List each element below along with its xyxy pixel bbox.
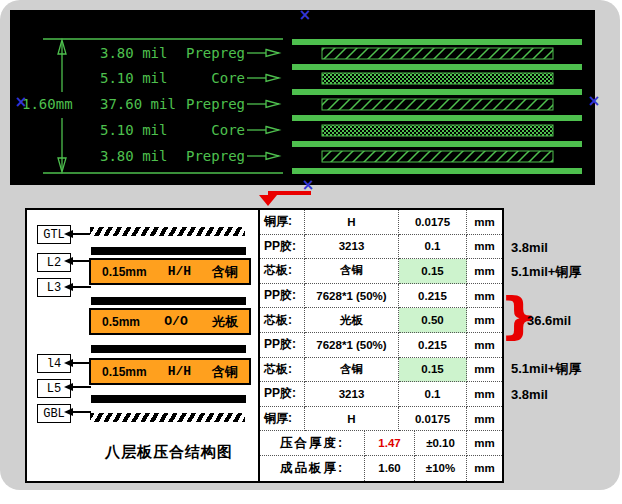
core-box: 0.15mm H/H 含铜 [89,258,251,285]
core-size: 0.15mm [102,265,147,279]
diagram-caption: 八层板压合结构图 [85,443,253,462]
cad-drawing [10,10,595,185]
pcb-stackup-sheet: 3.80 mil Prepreg 5.10 mil Core 37.60 mil… [0,0,622,504]
row-material: 含铜 [305,259,399,284]
row-unit: mm [467,407,502,432]
layer-thickness: 5.10 mil [100,70,167,86]
summary-row-press-thickness: 压合厚度: 1.47 ±0.10 mm [260,431,502,456]
row-value: 0.215 [399,333,467,358]
layer-thickness: 3.80 mil [100,45,167,61]
row-material: H [305,407,399,432]
summary-value: 1.60 [365,456,415,481]
row-label: 铜厚: [260,210,305,235]
row-unit: mm [467,259,502,284]
annotation-51mil-top: 5.1mil+铜厚 [511,263,581,281]
annotation-51mil-bottom: 5.1mil+铜厚 [511,360,581,378]
table-row: 铜厚: H 0.0175 mm [260,407,502,432]
core-size: 0.5mm [102,315,140,329]
table-row: 铜厚: H 0.0175 mm [260,210,502,235]
layer-material: Prepreg [186,96,245,112]
core-copper-weight: O/O [164,314,187,329]
marker-x-icon: × [15,95,28,110]
cad-layer-row: 37.60 mil Prepreg [100,95,245,113]
table-row: PP胶: 3213 0.1 mm [260,235,502,260]
left-arrow-icon [72,411,91,413]
copper-bar [91,395,246,403]
layer-material: Prepreg [186,148,245,164]
core-box: 0.5mm O/O 光板 [89,308,251,335]
annotation-366mil: 36.6mil [527,313,571,328]
row-value-highlighted: 0.15 [399,259,467,284]
layer-material: Core [211,70,245,86]
row-label: 芯板: [260,358,305,383]
row-label: 铜厚: [260,407,305,432]
leader-arrow-icons [247,50,279,160]
outer-foil-hatch-bar [90,227,245,236]
left-arrow-icon [72,286,91,288]
row-unit: mm [467,358,502,383]
row-label: 芯板: [260,308,305,333]
cad-layer-row: 5.10 mil Core [100,69,245,87]
row-value: 0.0175 [399,407,467,432]
left-arrow-icon [72,386,91,388]
row-unit: mm [467,210,502,235]
layer-thickness: 3.80 mil [100,148,167,164]
left-arrow-icon [72,233,91,235]
cad-stackup-panel: 3.80 mil Prepreg 5.10 mil Core 37.60 mil… [10,10,595,185]
core-type: 含铜 [212,263,238,281]
outer-foil-hatch-bar [90,413,245,422]
copper-bar [91,297,246,305]
core-type: 光板 [212,313,238,331]
row-material: 含铜 [305,358,399,383]
summary-value: 1.47 [365,431,415,456]
row-value: 0.215 [399,284,467,309]
marker-x-icon: × [299,8,312,23]
stackup-table: 铜厚: H 0.0175 mm PP胶: 3213 0.1 mm 芯板: 含铜 … [258,208,504,483]
row-material: 3213 [305,382,399,407]
layer-material: Core [211,122,245,138]
layer-thickness: 5.10 mil [100,122,167,138]
marker-x-icon: × [588,94,601,109]
row-value: 0.1 [399,382,467,407]
layer-thickness: 37.60 mil [100,96,176,112]
core-box: 0.15mm H/H 含铜 [89,358,251,385]
summary-unit: mm [467,431,502,456]
row-value-highlighted: 0.15 [399,358,467,383]
row-label: PP胶: [260,333,305,358]
row-unit: mm [467,308,502,333]
row-value: 0.1 [399,235,467,260]
table-row: PP胶: 7628*1 (50%) 0.215 mm [260,333,502,358]
row-material: 7628*1 (50%) [305,284,399,309]
red-connector-arrow-icon [252,184,322,210]
cad-layer-row: 3.80 mil Prepreg [100,147,245,165]
cad-layer-row: 5.10 mil Core [100,121,245,139]
total-thickness-label: 1.60mm [21,95,74,113]
table-row: PP胶: 3213 0.1 mm [260,382,502,407]
row-unit: mm [467,235,502,260]
table-row: 芯板: 含铜 0.15 mm [260,358,502,383]
table-row: 芯板: 含铜 0.15 mm [260,259,502,284]
row-label: PP胶: [260,284,305,309]
core-size: 0.15mm [102,365,147,379]
core-type: 含铜 [212,363,238,381]
row-label: PP胶: [260,382,305,407]
annotation-38mil-top: 3.8mil [511,240,548,255]
row-material: 3213 [305,235,399,260]
cad-layer-row: 3.80 mil Prepreg [100,44,245,62]
annotation-38mil-bottom: 3.8mil [511,387,548,402]
summary-label: 压合厚度: [260,431,365,456]
summary-tolerance: ±0.10 [415,431,467,456]
row-label: 芯板: [260,259,305,284]
layer-material: Prepreg [186,45,245,61]
copper-bar [91,345,246,353]
row-unit: mm [467,284,502,309]
row-value: 0.0175 [399,210,467,235]
row-material: 7628*1 (50%) [305,333,399,358]
summary-unit: mm [467,456,502,481]
summary-row-finished-thickness: 成品板厚: 1.60 ±10% mm [260,456,502,481]
table-row: 芯板: 光板 0.50 mm [260,308,502,333]
core-copper-weight: H/H [168,364,191,379]
summary-tolerance: ±10% [415,456,467,481]
core-copper-weight: H/H [168,264,191,279]
row-value-highlighted: 0.50 [399,308,467,333]
